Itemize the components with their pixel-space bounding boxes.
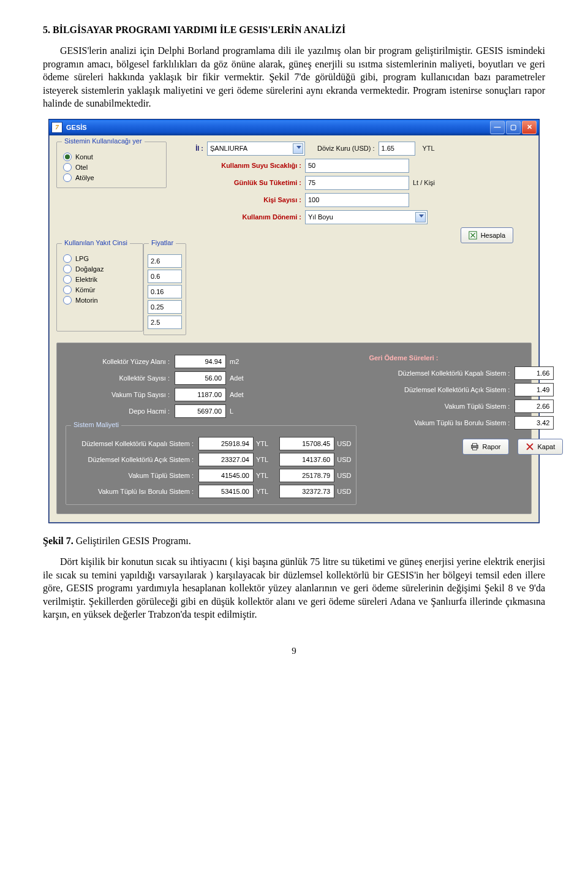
radio-dot-icon — [63, 163, 72, 172]
il-combobox[interactable]: ŞANLIURFA — [207, 142, 305, 156]
radio-dot-icon — [63, 173, 72, 182]
geri-unit: Yıl — [557, 403, 565, 410]
depo-label: Depo Hacmi : — [66, 407, 170, 415]
fuel-radio-motorin[interactable]: Motorin — [63, 296, 137, 305]
sicaklik-input[interactable]: 50 — [305, 159, 409, 173]
sistem-ytl-value: 53415.00 — [198, 485, 254, 498]
geri-value: 3.42 — [514, 416, 554, 430]
fuel-label: LPG — [75, 255, 89, 262]
geri-row-label: Vakum Tüplü Isı Borulu Sistem : — [369, 419, 510, 426]
prices-groupbox: Fiyatlar 2.6 0.6 0.16 0.25 2.5 — [143, 243, 186, 335]
ytl-unit: YTL — [256, 488, 268, 495]
kapat-label: Kapat — [538, 443, 556, 450]
sistem-usd-value: 14137.60 — [279, 453, 334, 466]
il-value: ŞANLIURFA — [210, 145, 247, 152]
radio-dot-icon — [63, 286, 72, 294]
fuel-radio-dogalgaz[interactable]: Doğalgaz — [63, 265, 137, 273]
donem-value: Yıl Boyu — [308, 213, 333, 221]
sicaklik-value: 50 — [308, 162, 315, 169]
geri-row-label: Düzlemsel Kollektörlü Kapalı Sistem : — [369, 369, 510, 377]
rapor-label: Rapor — [483, 443, 501, 450]
kisi-label: Kişi Sayısı : — [179, 196, 301, 203]
geri-value: 2.66 — [514, 400, 554, 413]
usage-label: Atölye — [75, 174, 94, 181]
fuel-radio-elektrik[interactable]: Elektrik — [63, 275, 137, 284]
price-input[interactable]: 0.25 — [148, 300, 182, 314]
titlebar: GESİS — ▢ ✕ — [49, 119, 539, 135]
usage-label: Otel — [75, 164, 88, 171]
printer-icon — [470, 442, 479, 451]
kisi-value: 100 — [308, 196, 319, 203]
depo-unit: L — [230, 407, 233, 415]
il-label: İl : — [179, 145, 203, 152]
fuel-legend: Kullanılan Yakıt Cinsi — [62, 239, 130, 246]
vakum-unit: Adet — [230, 391, 244, 398]
price-value: 0.16 — [151, 288, 164, 295]
doviz-label: Döviz Kuru (USD) : — [317, 145, 375, 152]
sistem-row-label: Vakum Tüplü Isı Borulu Sistem : — [71, 488, 194, 495]
fuel-groupbox: Kullanılan Yakıt Cinsi LPG Doğalgaz Elek… — [56, 243, 143, 331]
page-number: 9 — [43, 646, 545, 656]
maximize-button[interactable]: ▢ — [506, 121, 521, 134]
price-input[interactable]: 0.6 — [148, 270, 182, 283]
fuel-radio-komur[interactable]: Kömür — [63, 286, 137, 294]
yuzey-value: 94.94 — [175, 355, 226, 368]
donem-combobox[interactable]: Yıl Boyu — [305, 210, 428, 224]
doviz-value: 1.65 — [382, 145, 394, 152]
sayi-value: 56.00 — [175, 371, 226, 385]
radio-dot-icon — [63, 254, 72, 263]
price-input[interactable]: 2.6 — [148, 254, 182, 268]
price-value: 2.6 — [151, 257, 160, 265]
app-icon — [51, 122, 62, 133]
sistem-row-label: Düzlemsel Kollektörlü Açık Sistem : — [71, 456, 194, 463]
chevron-down-icon — [296, 146, 301, 149]
radio-dot-icon — [63, 153, 72, 161]
tuketim-label: Günlük Su Tüketimi : — [179, 179, 301, 186]
tuketim-input[interactable]: 75 — [305, 176, 409, 190]
results-panel: Kollektör Yüzey Alanı : 94.94 m2 Kollekt… — [56, 343, 532, 514]
usd-unit: USD — [337, 472, 351, 479]
geri-value: 1.66 — [514, 366, 554, 380]
minimize-button[interactable]: — — [490, 121, 505, 134]
price-value: 2.5 — [151, 319, 160, 326]
sistem-row-label: Düzlemsel Kollektörlü Kapalı Sistem : — [71, 440, 194, 447]
vakum-value: 1187.00 — [175, 388, 226, 401]
doviz-input[interactable]: 1.65 — [379, 142, 415, 156]
usd-unit: USD — [337, 440, 351, 447]
fuel-radio-lpg[interactable]: LPG — [63, 254, 137, 263]
usage-radio-otel[interactable]: Otel — [63, 163, 160, 172]
figure-caption: Şekil 7. Geliştirilen GESIS Programı. — [43, 536, 545, 547]
geri-value: 1.49 — [514, 383, 554, 396]
paragraph-2: Dört kişilik bir konutun sıcak su ihtiya… — [43, 555, 545, 621]
ytl-unit: YTL — [256, 440, 268, 447]
price-value: 0.25 — [151, 303, 164, 311]
ytl-unit: YTL — [256, 456, 268, 463]
geri-row-label: Düzlemsel Kollektörlü Açık Sistem : — [369, 386, 510, 393]
tuketim-value: 75 — [308, 179, 315, 186]
prices-legend: Fiyatlar — [149, 239, 176, 246]
geri-row-label: Vakum Tüplü Sistem : — [369, 403, 510, 410]
close-button[interactable]: ✕ — [522, 121, 537, 134]
sistem-row-label: Vakum Tüplü Sistem : — [71, 472, 194, 479]
usage-label: Konut — [75, 153, 93, 161]
usage-radio-konut[interactable]: Konut — [63, 153, 160, 161]
doviz-unit: YTL — [423, 145, 435, 152]
vakum-label: Vakum Tüp Sayısı : — [66, 391, 170, 398]
price-input[interactable]: 0.16 — [148, 285, 182, 298]
section-title: 5. BİLGİSAYAR PROGRAMI YARDIMI İLE GESIS… — [43, 25, 545, 36]
price-input[interactable]: 2.5 — [148, 316, 182, 329]
sayi-unit: Adet — [230, 374, 244, 382]
kapat-button[interactable]: Kapat — [518, 439, 564, 455]
hesapla-button[interactable]: Hesapla — [461, 227, 513, 243]
rapor-button[interactable]: Rapor — [462, 439, 509, 455]
fuel-label: Doğalgaz — [75, 265, 104, 273]
usage-radio-atolye[interactable]: Atölye — [63, 173, 160, 182]
spreadsheet-icon — [469, 231, 477, 240]
kisi-input[interactable]: 100 — [305, 193, 409, 207]
sistem-usd-value: 25178.79 — [279, 469, 334, 482]
ytl-unit: YTL — [256, 472, 268, 479]
fuel-label: Motorin — [75, 297, 98, 304]
app-window: GESİS — ▢ ✕ Sistemin Kullanılacağı yer — [48, 119, 540, 523]
usage-groupbox: Sistemin Kullanılacağı yer Konut Otel — [56, 142, 167, 188]
donem-label: Kullanım Dönemi : — [179, 213, 301, 221]
